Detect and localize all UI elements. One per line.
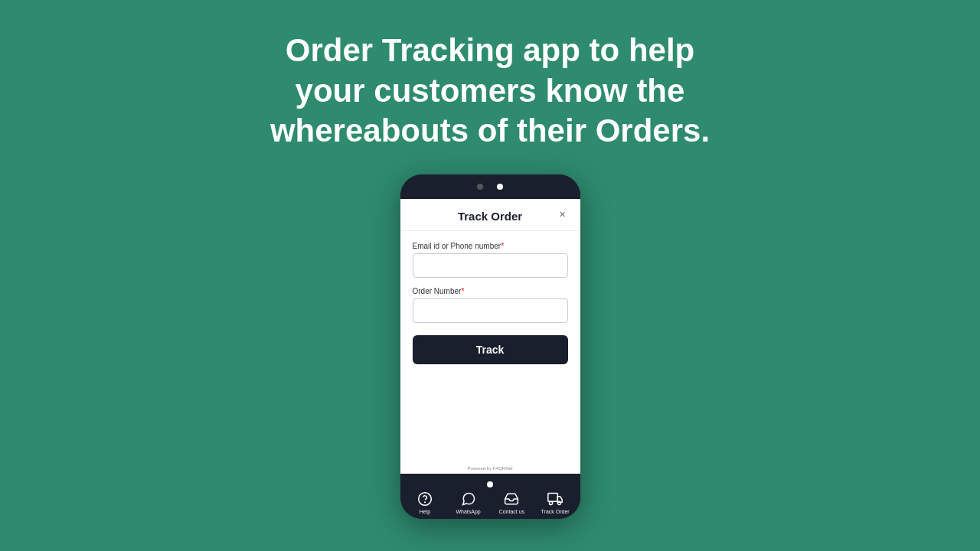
modal-body: Email id or Phone number* Order Number* … (400, 231, 580, 465)
phone-frame: Track Order × Email id or Phone number* … (400, 174, 580, 519)
track-order-icon (547, 491, 564, 507)
help-icon (416, 491, 433, 507)
nav-label-whatsapp: WhatsApp (456, 509, 480, 514)
home-indicator-area (400, 478, 580, 489)
home-dot (487, 481, 493, 487)
nav-label-help: Help (420, 509, 430, 514)
email-input[interactable] (413, 253, 568, 278)
modal-close-button[interactable]: × (556, 207, 570, 221)
svg-rect-2 (548, 493, 558, 501)
track-button[interactable]: Track (413, 335, 568, 364)
svg-point-0 (419, 492, 432, 505)
contact-icon (503, 491, 520, 507)
headline: Order Tracking app to help your customer… (270, 31, 710, 152)
order-number-input[interactable] (413, 298, 568, 323)
phone-bottom-bar: Help WhatsApp (400, 474, 580, 519)
nav-item-help[interactable]: Help (403, 491, 447, 514)
nav-items: Help WhatsApp (400, 489, 580, 516)
phone-screen: Track Order × Email id or Phone number* … (400, 199, 580, 474)
svg-point-4 (557, 501, 560, 504)
nav-label-track-order: Track Order (541, 509, 570, 514)
track-order-modal: Track Order × Email id or Phone number* … (400, 199, 580, 465)
nav-item-track-order[interactable]: Track Order (534, 491, 577, 514)
nav-label-contact: Contact us (499, 509, 524, 514)
camera-dot-left (477, 184, 483, 190)
modal-title: Track Order (458, 210, 522, 223)
svg-point-3 (550, 501, 553, 504)
phone-mockup: Track Order × Email id or Phone number* … (400, 174, 580, 519)
powered-by: Powered by FAQRNet (400, 465, 580, 474)
email-label: Email id or Phone number* (413, 242, 568, 250)
email-field-group: Email id or Phone number* (413, 242, 568, 278)
modal-header: Track Order × (400, 199, 580, 231)
phone-top-bar (400, 174, 580, 199)
order-label: Order Number* (413, 287, 568, 295)
order-field-group: Order Number* (413, 287, 568, 323)
nav-item-whatsapp[interactable]: WhatsApp (446, 491, 490, 514)
whatsapp-icon (460, 491, 477, 507)
nav-item-contact[interactable]: Contact us (490, 491, 534, 514)
camera-dot-center (497, 184, 503, 190)
